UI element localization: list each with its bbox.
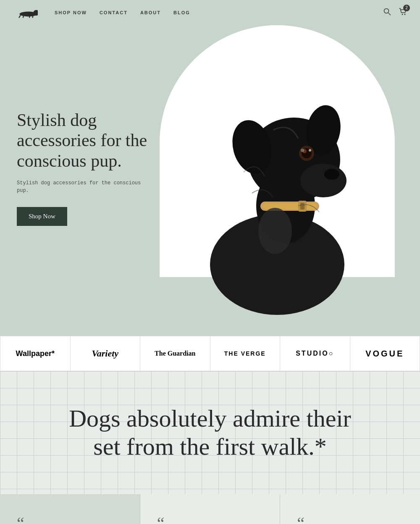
nav-shop-now[interactable]: SHOP NOW <box>55 10 87 15</box>
admire-section: Dogs absolutely admire their set from th… <box>0 371 420 494</box>
svg-line-3 <box>23 16 24 18</box>
svg-line-8 <box>388 13 391 15</box>
press-wallpaper: Wallpaper* <box>0 336 71 371</box>
dog-image <box>160 42 395 319</box>
admire-headline: Dogs absolutely admire their set from th… <box>63 405 357 461</box>
nav-blog[interactable]: BLOG <box>173 10 190 15</box>
press-studio: STUDIO○ <box>280 336 350 371</box>
nav-about[interactable]: ABOUT <box>140 10 161 15</box>
svg-rect-23 <box>262 203 317 209</box>
cart-count: 2 <box>403 5 410 11</box>
press-guardian: The Guardian <box>140 336 210 371</box>
press-verge: THE VERGE <box>210 336 281 371</box>
logo-dog-icon <box>13 6 38 19</box>
testimonial-1: “ My pup loves it and I can have peace o… <box>0 494 140 524</box>
svg-point-7 <box>384 8 389 13</box>
svg-point-9 <box>402 13 403 15</box>
hero-section: Stylish dog accessories for the consciou… <box>0 25 420 336</box>
dog-illustration <box>168 46 386 319</box>
cart-icon[interactable]: 2 <box>398 7 407 18</box>
nav-contact[interactable]: CONTACT <box>100 10 128 15</box>
quote-mark-2: “ <box>157 515 263 524</box>
testimonials-section: “ My pup loves it and I can have peace o… <box>0 494 420 524</box>
svg-line-4 <box>29 16 30 18</box>
logo[interactable] <box>13 6 38 19</box>
nav-actions: 2 <box>383 7 407 18</box>
hero-image <box>151 42 403 319</box>
press-variety: Variety <box>71 336 141 371</box>
svg-point-14 <box>300 164 346 197</box>
testimonial-2: “ I just got my dog a new toy and he abs… <box>140 494 281 524</box>
hero-text: Stylish dog accessories for the consciou… <box>17 110 151 251</box>
quote-mark-3: “ <box>297 515 403 524</box>
svg-point-20 <box>309 149 311 152</box>
hero-subtext: Stylish dog accessories for the consciou… <box>17 179 151 194</box>
nav-links: SHOP NOW CONTACT ABOUT BLOG <box>55 10 190 15</box>
press-vogue: VOGUE <box>350 336 420 371</box>
shop-now-button[interactable]: Shop Now <box>17 207 67 226</box>
press-strip: Wallpaper* Variety The Guardian THE VERG… <box>0 336 420 371</box>
hero-headline: Stylish dog accessories for the consciou… <box>17 110 151 171</box>
testimonial-3: “ This store is my go-to destination for… <box>280 494 420 524</box>
svg-point-27 <box>301 149 304 152</box>
quote-mark-1: “ <box>17 515 123 524</box>
svg-line-2 <box>19 15 21 18</box>
svg-point-21 <box>324 169 339 180</box>
search-icon[interactable] <box>383 8 391 18</box>
navbar: SHOP NOW CONTACT ABOUT BLOG 2 <box>0 0 420 25</box>
svg-point-26 <box>258 208 292 254</box>
svg-line-5 <box>32 16 33 18</box>
svg-rect-25 <box>300 203 304 210</box>
svg-point-10 <box>404 13 406 15</box>
